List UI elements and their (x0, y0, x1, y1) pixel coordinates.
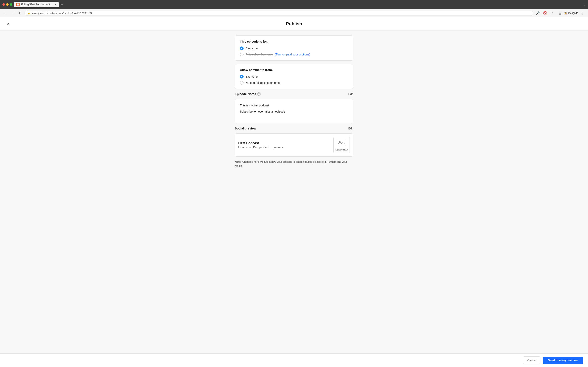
svg-rect-0 (338, 140, 345, 145)
forward-button[interactable]: → (10, 10, 16, 16)
social-preview-label: Social preview (235, 127, 256, 130)
social-preview-edit-button[interactable]: Edit (348, 127, 353, 130)
sidebar-icon[interactable]: ▤ (557, 10, 563, 16)
incognito-icon: 🕵 (564, 12, 567, 15)
send-button[interactable]: Send to everyone now (543, 357, 583, 364)
comments-everyone-radio[interactable] (240, 75, 243, 78)
close-button[interactable]: × (5, 21, 11, 27)
page-header: × Publish (0, 17, 588, 31)
episode-notes-edit-button[interactable]: Edit (348, 92, 353, 96)
turn-on-paid-link[interactable]: (Turn on paid subscriptions) (275, 53, 310, 56)
star-icon[interactable]: ☆ (550, 10, 555, 16)
bottom-bar: Cancel Send to everyone now (0, 353, 588, 367)
notes-line-2: Subscribe to never miss an episode (240, 109, 348, 114)
traffic-lights (2, 3, 12, 6)
episode-notes-header: Episode Notes ? Edit (235, 92, 353, 96)
address-bar[interactable]: 🔒 sarahjonas1.substack.com/publish/post/… (25, 11, 533, 16)
social-preview-subtitle: Listen now | First podcast ..... yasssss (238, 146, 333, 149)
comments-radio-group: Everyone No one (disable comments) (240, 75, 348, 85)
comments-section: Allow comments from... Everyone No one (… (235, 64, 353, 89)
incognito-badge: 🕵 Incognito (564, 12, 578, 15)
tab-expand-icon[interactable]: ⌄ (583, 3, 586, 6)
comments-everyone-label: Everyone (246, 75, 258, 78)
page-content: × Publish This episode is for... Everyon… (0, 17, 588, 367)
audience-paid-item[interactable]: Paid subscribers only (Turn on paid subs… (240, 53, 348, 56)
note-bold: Note: (235, 160, 242, 163)
social-preview-card: First Podcast Listen now | First podcast… (235, 133, 353, 157)
episode-notes-title: Episode Notes ? (235, 92, 260, 96)
close-traffic-light[interactable] (2, 3, 5, 6)
tab-title: Editing "First Podcast" – Subs… (21, 3, 53, 6)
minimize-traffic-light[interactable] (6, 3, 9, 6)
audience-paid-radio[interactable] (240, 53, 243, 56)
audience-everyone-label: Everyone (246, 47, 258, 50)
help-icon[interactable]: ? (257, 92, 260, 96)
notes-line-1: This is my first podcast (240, 103, 348, 108)
tab-favicon: 📄 (16, 3, 20, 6)
comments-section-label: Allow comments from... (240, 68, 348, 72)
camera-off-icon[interactable]: 🚫 (542, 10, 548, 16)
social-preview-header: Social preview Edit (235, 127, 353, 130)
back-button[interactable]: ← (2, 10, 8, 16)
note-body: Changes here will affect how your episod… (235, 160, 347, 167)
social-preview-podcast-title: First Podcast (238, 141, 333, 145)
browser-toolbar: ← → ↻ 🔒 sarahjonas1.substack.com/publish… (0, 9, 588, 17)
menu-icon[interactable]: ⋮ (580, 10, 586, 16)
new-tab-button[interactable]: + (60, 2, 64, 7)
page-title: Publish (286, 21, 302, 26)
note-text: Note: Changes here will affect how your … (235, 160, 353, 168)
episode-notes-label: Episode Notes (235, 92, 256, 96)
upload-new-label: Upload New (336, 149, 348, 151)
refresh-button[interactable]: ↻ (17, 10, 23, 16)
episode-notes-content: This is my first podcast Subscribe to ne… (235, 99, 353, 123)
browser-titlebar: 📄 Editing "First Podcast" – Subs… × + ⌄ (0, 0, 588, 9)
address-text: sarahjonas1.substack.com/publish/post/11… (31, 12, 531, 15)
comments-noone-radio[interactable] (240, 81, 243, 85)
comments-everyone-item[interactable]: Everyone (240, 75, 348, 78)
cancel-button[interactable]: Cancel (523, 356, 541, 364)
tab-bar: 📄 Editing "First Podcast" – Subs… × + (14, 2, 581, 7)
audience-section: This episode is for... Everyone Paid sub… (235, 35, 353, 60)
maximize-traffic-light[interactable] (10, 3, 12, 6)
image-upload-icon (338, 139, 345, 147)
audience-everyone-item[interactable]: Everyone (240, 47, 348, 50)
audience-radio-group: Everyone Paid subscribers only (Turn on … (240, 47, 348, 56)
comments-noone-item[interactable]: No one (disable comments) (240, 81, 348, 85)
comments-noone-label: No one (disable comments) (246, 81, 281, 84)
audience-section-label: This episode is for... (240, 40, 348, 43)
browser-chrome: 📄 Editing "First Podcast" – Subs… × + ⌄ … (0, 0, 588, 17)
audience-paid-label: Paid subscribers only (246, 53, 273, 56)
main-content: This episode is for... Everyone Paid sub… (0, 31, 588, 353)
social-preview-text: First Podcast Listen now | First podcast… (238, 141, 333, 149)
svg-point-1 (339, 141, 341, 142)
toolbar-right: 🎤 🚫 ☆ ▤ 🕵 Incognito ⋮ (535, 10, 586, 16)
incognito-label: Incognito (568, 12, 578, 15)
upload-new-button[interactable]: Upload New (333, 137, 350, 153)
microphone-icon[interactable]: 🎤 (535, 10, 541, 16)
active-tab[interactable]: 📄 Editing "First Podcast" – Subs… × (14, 2, 59, 7)
tab-close-icon[interactable]: × (55, 3, 56, 6)
lock-icon: 🔒 (27, 12, 30, 15)
audience-everyone-radio[interactable] (240, 47, 243, 50)
